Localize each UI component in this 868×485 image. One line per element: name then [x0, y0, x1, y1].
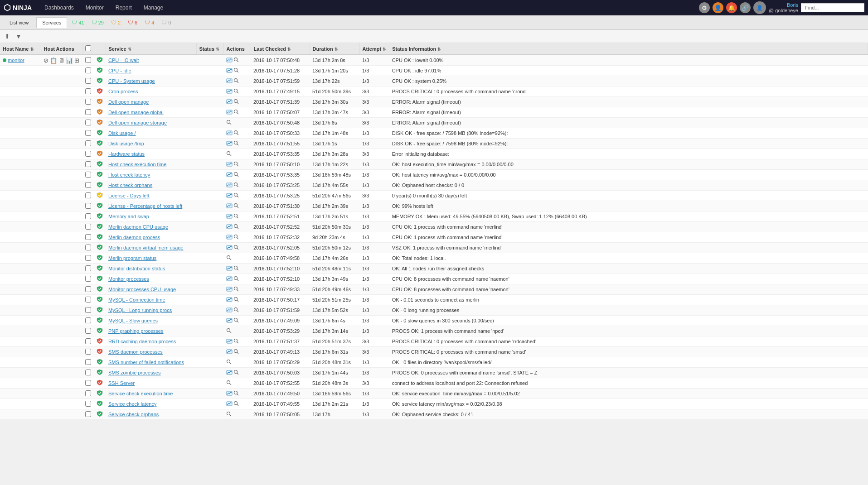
graph-icon[interactable] — [226, 391, 233, 396]
search-action-icon[interactable] — [233, 214, 239, 220]
row-checkbox-cell[interactable] — [82, 128, 94, 139]
row-checkbox[interactable] — [85, 151, 91, 157]
search-action-icon[interactable] — [233, 318, 239, 324]
row-checkbox[interactable] — [85, 203, 91, 209]
row-checkbox[interactable] — [85, 338, 91, 344]
host-link[interactable]: monitor — [8, 58, 24, 63]
list-view-tab[interactable]: List view — [4, 17, 34, 28]
row-checkbox[interactable] — [85, 88, 91, 94]
row-checkbox-cell[interactable] — [82, 357, 94, 368]
row-checkbox-cell[interactable] — [82, 274, 94, 284]
service-link[interactable]: PNP graphing processes — [108, 328, 163, 334]
row-checkbox-cell[interactable] — [82, 336, 94, 347]
service-link[interactable]: Cron process — [108, 89, 138, 94]
service-link[interactable]: Hardware status — [108, 151, 145, 157]
col-header-status[interactable]: Status ⇅ — [196, 43, 223, 55]
graph-icon[interactable] — [226, 141, 233, 146]
row-checkbox-cell[interactable] — [82, 86, 94, 97]
service-link[interactable]: Disk usage /tmp — [108, 141, 144, 146]
row-checkbox[interactable] — [85, 172, 91, 178]
row-checkbox[interactable] — [85, 317, 91, 323]
col-header-last-checked[interactable]: Last Checked ⇅ — [251, 43, 310, 55]
row-checkbox[interactable] — [85, 297, 91, 303]
search-action-icon[interactable] — [233, 401, 239, 408]
service-link[interactable]: MySQL - Long running procs — [108, 307, 172, 313]
settings-icon[interactable]: ⚙ — [699, 2, 710, 13]
search-action-icon[interactable] — [233, 276, 239, 283]
row-checkbox[interactable] — [85, 359, 91, 365]
service-link[interactable]: SMS daemon processes — [108, 349, 163, 355]
graph-icon[interactable] — [226, 172, 233, 177]
search-action-icon[interactable] — [233, 58, 239, 64]
row-checkbox-cell[interactable] — [82, 232, 94, 243]
row-checkbox[interactable] — [85, 286, 91, 292]
search-action-icon[interactable] — [233, 235, 239, 241]
link-icon[interactable]: 🔗 — [740, 2, 751, 13]
services-tab[interactable]: Services — [36, 17, 67, 28]
service-link[interactable]: Merlin program status — [108, 255, 156, 261]
row-checkbox-cell[interactable] — [82, 149, 94, 159]
row-checkbox[interactable] — [85, 182, 91, 188]
col-header-status-info[interactable]: Status Information ⇅ — [389, 43, 868, 55]
graph-icon[interactable] — [226, 203, 233, 208]
service-link[interactable]: Monitor processes — [108, 276, 149, 282]
search-action-icon[interactable] — [233, 162, 239, 168]
search-action-icon[interactable] — [233, 99, 239, 106]
row-checkbox-cell[interactable] — [82, 180, 94, 191]
graph-icon[interactable] — [226, 182, 233, 187]
service-link[interactable]: Dell open manage storage — [108, 120, 167, 125]
row-checkbox-cell[interactable] — [82, 326, 94, 336]
graph-icon[interactable] — [226, 370, 233, 375]
service-link[interactable]: MySQL - Connection time — [108, 297, 165, 303]
search-action-icon[interactable] — [233, 130, 239, 137]
host-action-icon-2[interactable]: 🖥 — [58, 57, 64, 64]
service-link[interactable]: Merlin daemon process — [108, 235, 160, 240]
search-action-icon[interactable] — [233, 89, 239, 95]
row-checkbox-cell[interactable] — [82, 253, 94, 264]
search-action-icon[interactable] — [233, 391, 239, 397]
row-checkbox[interactable] — [85, 349, 91, 355]
row-checkbox[interactable] — [85, 380, 91, 386]
search-action-icon[interactable] — [226, 120, 232, 126]
graph-icon[interactable] — [226, 307, 233, 312]
host-action-icon-0[interactable]: ⊘ — [44, 57, 48, 64]
row-checkbox[interactable] — [85, 67, 91, 73]
search-action-icon[interactable] — [233, 297, 239, 303]
alert-icon[interactable]: 🔔 — [726, 2, 737, 13]
row-checkbox[interactable] — [85, 328, 91, 334]
row-checkbox[interactable] — [85, 192, 91, 198]
row-checkbox-cell[interactable] — [82, 284, 94, 295]
row-checkbox[interactable] — [85, 390, 91, 396]
row-checkbox-cell[interactable] — [82, 222, 94, 232]
search-action-icon[interactable] — [233, 224, 239, 230]
search-action-icon[interactable] — [233, 68, 239, 74]
graph-icon[interactable] — [226, 318, 233, 323]
row-checkbox[interactable] — [85, 161, 91, 167]
service-link[interactable]: Host check latency — [108, 172, 150, 178]
row-checkbox[interactable] — [85, 245, 91, 250]
service-link[interactable]: SMS zombie processes — [108, 370, 161, 375]
search-action-icon[interactable] — [226, 412, 232, 418]
row-checkbox-cell[interactable] — [82, 399, 94, 409]
search-action-icon[interactable] — [233, 287, 239, 293]
export-icon[interactable]: ⬆ — [4, 32, 11, 41]
search-action-icon[interactable] — [233, 182, 239, 189]
row-checkbox-cell[interactable] — [82, 368, 94, 378]
graph-icon[interactable] — [226, 276, 233, 281]
graph-icon[interactable] — [226, 58, 233, 62]
service-link[interactable]: MySQL - Slow queries — [108, 318, 158, 323]
search-action-icon[interactable] — [226, 151, 232, 158]
graph-icon[interactable] — [226, 78, 233, 83]
service-link[interactable]: Merlin daemon CPU usage — [108, 224, 168, 230]
service-link[interactable]: Service check latency — [108, 401, 156, 407]
search-action-icon[interactable] — [233, 339, 239, 345]
nav-dashboards[interactable]: Dashboards — [39, 2, 79, 14]
row-checkbox[interactable] — [85, 307, 91, 313]
row-checkbox[interactable] — [85, 370, 91, 375]
graph-icon[interactable] — [226, 235, 233, 240]
row-checkbox-cell[interactable] — [82, 97, 94, 107]
row-checkbox[interactable] — [85, 99, 91, 105]
search-action-icon[interactable] — [233, 110, 239, 116]
search-input[interactable] — [801, 3, 864, 12]
service-link[interactable]: SMS number of failed notifications — [108, 360, 184, 365]
